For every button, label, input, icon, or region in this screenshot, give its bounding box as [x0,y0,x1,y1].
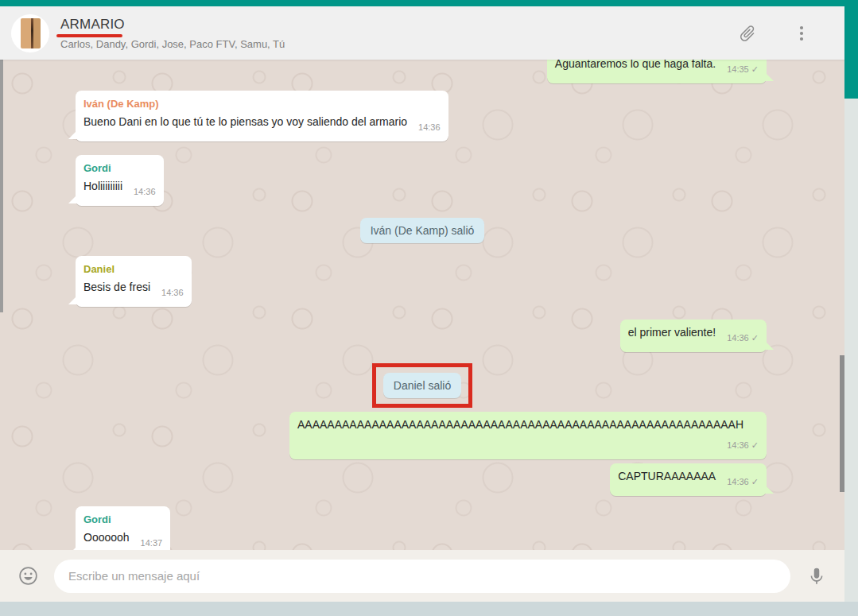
message-list: Aguantaremos lo que haga falta.14:35 ✓Iv… [0,60,844,541]
message-bubble[interactable]: CAPTURAAAAAAA14:36 ✓ [610,463,767,496]
message-meta: 14:36 [418,120,441,135]
wardrobe-photo [21,18,41,48]
annotation-underline [56,34,122,37]
composer-bar [0,550,844,602]
group-members[interactable]: Carlos, Dandy, Gordi, Jose, Paco FTV, Sa… [60,38,732,50]
conversation-area: Aguantaremos lo que haga falta.14:35 ✓Iv… [0,60,844,550]
message-row: GordiOoooooh14:37 [0,506,844,550]
message-row: Iván (De Kamp) salió [0,218,844,243]
message-bubble[interactable]: el primer valiente!14:36 ✓ [620,320,767,352]
message-text: AAAAAAAAAAAAAAAAAAAAAAAAAAAAAAAAAAAAAAAA… [297,418,743,431]
group-info[interactable]: ARMARIO Carlos, Dandy, Gordi, Jose, Paco… [60,17,732,50]
group-avatar[interactable] [11,14,49,52]
attach-button[interactable] [732,17,763,49]
message-row: Aguantaremos lo que haga falta.14:35 ✓ [0,60,844,83]
message-meta: 14:36 ✓ [727,438,759,453]
message-bubble[interactable]: Iván (De Kamp)Bueno Dani en lo que tú te… [76,91,448,141]
system-message: Daniel salió [383,373,461,398]
message-bubble[interactable]: AAAAAAAAAAAAAAAAAAAAAAAAAAAAAAAAAAAAAAAA… [289,412,767,459]
message-text: Aguantaremos lo que haga falta. [555,60,716,70]
system-message: Iván (De Kamp) salió [360,218,485,243]
browser-edge-right [844,0,858,602]
microphone-icon [806,566,827,587]
message-bubble[interactable]: GordiHoliiiiiiiii14:36 [76,155,164,206]
browser-teal-strip-right [844,0,858,99]
message-meta: 14:37 [141,536,163,550]
message-bubble[interactable]: DanielBesis de fresi14:36 [76,256,192,307]
group-title[interactable]: ARMARIO [60,17,125,33]
message-meta: 14:36 [161,285,184,300]
kebab-menu-icon [792,24,811,43]
whatsapp-web-window: ARMARIO Carlos, Dandy, Gordi, Jose, Paco… [0,0,858,616]
browser-edge-bottom [0,602,858,616]
message-meta: 14:36 ✓ [727,331,759,346]
sender-name[interactable]: Daniel [83,262,184,277]
message-row: el primer valiente!14:36 ✓ [0,320,844,352]
message-text: el primer valiente! [628,326,716,339]
sender-name[interactable]: Gordi [83,161,156,176]
message-text: CAPTURAAAAAAA [618,470,716,482]
sender-name[interactable]: Gordi [83,512,162,527]
message-bubble[interactable]: GordiOoooooh14:37 [76,506,170,550]
sender-name[interactable]: Iván (De Kamp) [83,96,441,111]
smiley-icon [17,565,39,587]
chat-header: ARMARIO Carlos, Dandy, Gordi, Jose, Paco… [0,6,844,60]
menu-button[interactable] [786,17,817,49]
voice-message-button[interactable] [803,563,830,590]
message-row: Iván (De Kamp)Bueno Dani en lo que tú te… [0,91,844,141]
message-row: DanielBesis de fresi14:36 [0,256,844,307]
message-row: CAPTURAAAAAAA14:36 ✓ [0,463,844,496]
message-meta: 14:36 ✓ [727,475,759,490]
scrollbar-thumb[interactable] [840,355,844,492]
left-panel-scrollbar [0,60,3,312]
message-bubble[interactable]: Aguantaremos lo que haga falta.14:35 ✓ [547,60,767,83]
emoji-button[interactable] [14,563,41,590]
browser-teal-strip-top [0,0,858,6]
message-row: Daniel salió [0,363,844,408]
paperclip-icon [734,20,761,47]
message-row: AAAAAAAAAAAAAAAAAAAAAAAAAAAAAAAAAAAAAAAA… [0,412,844,459]
message-meta: 14:35 ✓ [727,62,759,77]
message-text: Bueno Dani en lo que tú te lo piensas yo… [83,115,407,128]
message-text: Besis de fresi [83,281,150,293]
message-text: Holiiiiiiiii [83,180,122,192]
message-row: GordiHoliiiiiiiii14:36 [0,155,844,206]
message-meta: 14:36 [134,184,156,200]
message-input[interactable] [54,560,790,593]
chat-panel: ARMARIO Carlos, Dandy, Gordi, Jose, Paco… [0,6,844,602]
annotation-highlight-box: Daniel salió [372,363,472,408]
message-text: Ooooooh [83,531,130,544]
